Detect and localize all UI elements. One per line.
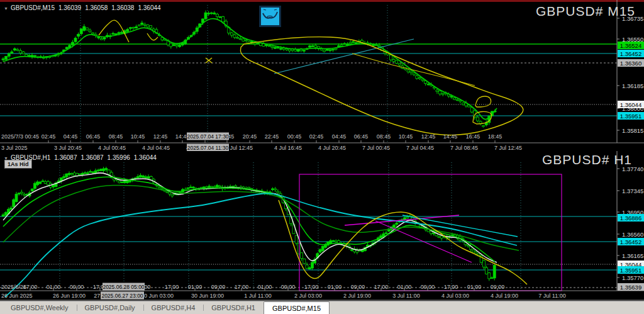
h1-close-value: 1.36044 [134,154,157,161]
time-axis-label: 4 Jul 19:00 [491,293,518,299]
time-axis-label: 17:00 [374,284,389,290]
chart-window-m15: 1.367351.365501.361851.360001.358152025/… [0,0,644,151]
h1-open-value: 1.36087 [54,154,77,161]
time-axis-label: 18:45 [488,133,502,140]
time-axis-label: 7 Jul 04:45 [406,145,434,151]
drawing-objects[interactable] [279,174,562,291]
time-axis-label: 22:45 [265,133,279,140]
chart-tab-0[interactable]: GBPUSD#,Weekly [3,302,77,314]
time-axis-label: 3 Jul 20:45 [54,145,82,151]
chart-tab-2[interactable]: GBPUSD#,H4 [143,302,204,314]
time-axis-label: 02:45 [309,133,324,140]
time-axis-label: 17:00 [235,284,249,290]
price-level-lines [0,216,617,288]
time-axis-label: 2 Jul 03:00 [294,293,322,299]
time-axis-label: 09:00 [491,284,505,290]
chart-tab-bar: GBPUSD#,WeeklyGBPUSD#,DailyGBPUSD#,H4GBP… [0,301,644,314]
time-axis-label: 09:00 [70,284,84,290]
moving-averages [3,173,519,297]
chevron-down-icon: ▼ [4,6,8,11]
h1-low-value: 1.35996 [108,154,130,161]
time-axis-label: 17:00 [304,284,319,290]
time-axis-label: 7 Jul 11:00 [538,293,565,299]
time-axis-label: 4 Jul 00:45 [98,145,126,151]
m15-close-value: 1.36044 [138,4,160,11]
time-axis-label: 3 Jul 2025 [1,145,28,151]
time-axis-label: 06:45 [86,133,101,140]
time-axis-label: 2 Jul 19:00 [343,293,371,299]
price-badge-label: 1.36886 [620,215,641,221]
time-axis-label: 09:00 [281,284,296,290]
time-axis-label: 06:45 [354,133,369,140]
crosshair-time-label: 2025.06.28 05:00 [103,284,144,290]
time-axis-label: 02:45 [42,133,56,140]
time-axis-label: 01:00 [47,284,61,290]
m15-chart-canvas[interactable]: 1.367351.365501.361851.360001.358152025/… [0,0,644,151]
time-axis-row: 2025/7/3 00:4502:4504:4506:4508:4510:451… [0,133,644,143]
price-badge-label: 1.35951 [620,113,641,120]
time-axis-label: 01:00 [328,284,342,290]
time-axis-label: 12:45 [153,133,168,140]
time-axis-label: 12:45 [421,133,436,140]
h1-high-value: 1.36087 [80,154,103,161]
price-scale: 1.367351.365501.361851.360001.35815 [617,0,643,143]
price-tick-label: 1.37345 [622,188,643,194]
time-axis-label: 09:00 [211,284,226,290]
price-tick-label: 1.35815 [622,127,643,134]
time-axis-label: 4 Jul 12:45 [225,145,253,151]
blue-logo-icon[interactable] [259,6,281,27]
time-axis-label: 7 Jul 08:45 [450,145,478,151]
m15-low-value: 1.36038 [111,4,134,11]
price-tick-label: 1.36560 [622,231,643,238]
time-axis-label: 4 Jul 16:45 [274,145,302,151]
h1-chart-canvas[interactable]: 1.377401.373451.369501.365601.361651.357… [0,151,644,301]
time-axis-label: 01:00 [258,284,272,290]
time-axis-label: 3 Jul 11:00 [392,293,419,299]
time-axis-label: 1 Jul 11:00 [244,293,271,299]
time-axis-label: 17:00 [23,284,38,290]
crosshair-time-label: 2025.07.04 11:30 [187,145,229,151]
h1-watermark: GBPUSD# H1 [542,152,632,167]
time-axis-label: 10:45 [399,133,413,140]
time-axis-label: 04:45 [64,133,78,140]
ea-hide-button[interactable]: 1As Hid [4,160,32,169]
price-tick-label: 1.35770 [622,274,643,281]
time-axis-row: 26 Jun 202526 Jun 19:0027 Jun 11:0030 Ju… [1,292,566,300]
m15-high-value: 1.36058 [85,4,108,11]
time-axis-label: 17:00 [444,284,458,290]
price-badges: 1.365241.364521.363601.360441.35951 [618,42,644,120]
time-axis-label: 4 Jul 04:45 [142,145,170,151]
price-badge-label: 1.35639 [620,284,641,291]
m15-symbol-label: GBPUSD#,M15 [11,4,55,11]
chart-tab-4[interactable]: GBPUSD#,M15 [264,301,330,314]
m15-open-value: 1.36039 [58,4,81,11]
day-separators [80,5,387,143]
chart-tab-1[interactable]: GBPUSD#,Daily [77,302,143,314]
crosshair-time-label: 2025.07.04 17:30 [187,133,228,140]
time-axis-label: 08:45 [377,133,391,140]
time-axis-label: 01:00 [467,284,482,290]
time-axis-label: 09:00 [351,284,365,290]
time-axis-label: 10:45 [131,133,145,140]
chart-tab-3[interactable]: GBPUSD#,H1 [203,302,264,314]
price-level-lines [0,44,617,116]
m15-ohlc-header: ▼GBPUSD#,M151.360391.360581.360381.36044 [4,4,165,11]
time-axis-label: 30 Jun 03:00 [141,293,174,299]
price-tick-label: 1.36185 [622,82,643,89]
candles-layer [2,11,496,128]
time-axis-label: 14:45 [443,133,458,140]
time-axis-label: 04:45 [332,133,347,140]
time-axis-label: 00:45 [287,133,302,140]
time-axis-label: 26 Jun 2025 [1,293,33,299]
chart-window-h1: 1.377401.373451.369501.365601.361651.357… [0,151,644,301]
time-axis-label: 4 Jul 03:00 [441,293,469,299]
time-axis-label: 01:00 [397,284,412,290]
time-axis-label: 26 Jun 19:00 [53,293,86,299]
price-badge-label: 1.35951 [620,267,641,274]
m15-watermark: GBPUSD# M15 [536,4,635,19]
time-axis-row: 2025/6/2617:0001:0009:0017:0009:0017:000… [0,283,644,291]
time-axis-label: 7 Jul 12:45 [494,145,522,151]
time-axis-label: 08:45 [109,133,123,140]
time-axis-label: 01:00 [188,284,203,290]
terminal-window: 1.367351.365501.361851.360001.358152025/… [0,0,644,314]
